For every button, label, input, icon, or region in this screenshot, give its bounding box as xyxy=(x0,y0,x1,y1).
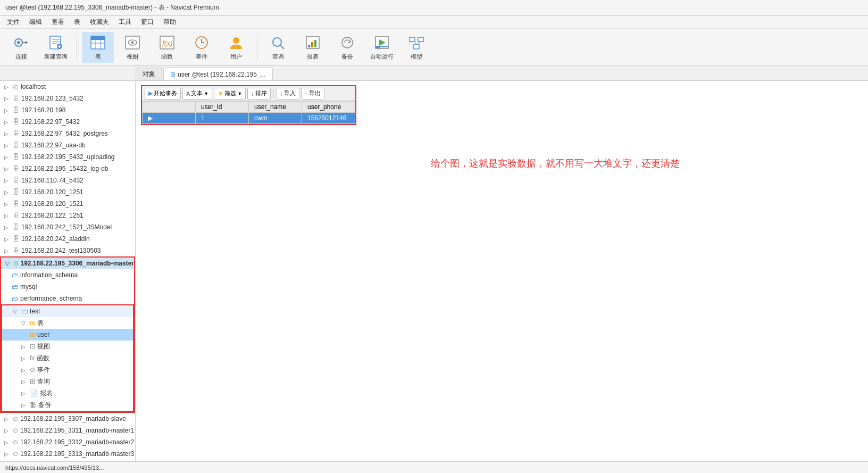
sort-button[interactable]: ↕ 排序 xyxy=(247,88,271,99)
tab-user[interactable]: ⊞ user @test (192.168.22.195_... xyxy=(163,68,273,80)
tab-objects[interactable]: 对象 xyxy=(136,68,162,80)
sidebar-item-master3[interactable]: ▷ ⊙ 192.168.22.195_3313_mariadb-master3 xyxy=(0,448,135,460)
svg-point-24 xyxy=(233,37,239,44)
menu-view[interactable]: 查看 xyxy=(47,16,69,28)
export-button[interactable]: ↑ 导出 xyxy=(301,88,324,99)
sidebar-item-13[interactable]: ▷ 🗄 192.168.20.242_test130503 xyxy=(0,245,135,256)
sidebar-item-test-db[interactable]: ▽ 🗃 test xyxy=(2,305,133,317)
sidebar-item-0[interactable]: ▷ 🗄 192.168.20.123_5432 xyxy=(0,93,135,104)
sidebar-label: 192.168.22.195_15432_log-db xyxy=(21,165,108,172)
filter-button[interactable]: ▼ 筛选 ▼ xyxy=(214,88,246,99)
conn-icon: 🗄 xyxy=(13,177,19,184)
filter-dropdown-icon: ▼ xyxy=(237,91,242,96)
sidebar-item-mysql[interactable]: 🗃 mysql xyxy=(1,281,134,293)
sidebar-item-queries-folder[interactable]: ▷ ⊞ 查询 xyxy=(2,376,133,387)
sidebar-item-3[interactable]: ▷ 🗄 192.168.22.97_5432_postgres xyxy=(0,128,135,139)
report-button[interactable]: 报表 xyxy=(297,32,329,63)
expand-icon: ▷ xyxy=(4,201,13,207)
text-label: 文本 xyxy=(191,89,203,97)
sidebar-item-12[interactable]: ▷ 🗄 192.168.20.242_aladdin xyxy=(0,233,135,245)
sidebar-item-slave[interactable]: ▷ ⊙ 192.168.22.195_3307_mariadb-slave xyxy=(0,413,135,425)
cell-user-phone[interactable]: 15625012146 xyxy=(302,113,355,124)
sidebar-item-11[interactable]: ▷ 🗄 192.168.20.242_1521_JSModel xyxy=(0,221,135,233)
sidebar-item-functions-folder[interactable]: ▷ fx 函数 xyxy=(2,352,133,364)
conn-icon: ⊙ xyxy=(13,415,18,422)
expand-icon: ▽ xyxy=(5,261,13,267)
menu-edit[interactable]: 编辑 xyxy=(25,16,46,28)
sidebar-item-4[interactable]: ▷ 🗄 192.168.22.97_uaa-db xyxy=(0,139,135,151)
expand-icon: ▽ xyxy=(21,320,30,326)
begin-transaction-button[interactable]: ▶ 开始事务 xyxy=(145,88,181,99)
text-button[interactable]: A 文本 ▼ xyxy=(182,88,212,99)
function-button[interactable]: f(x) 函数 xyxy=(151,32,183,63)
svg-rect-28 xyxy=(308,45,310,47)
sidebar-label: 192.168.20.242_1521_JSModel xyxy=(21,223,112,231)
query-label: 查询 xyxy=(272,53,284,61)
menu-file[interactable]: 文件 xyxy=(3,16,24,28)
view-button[interactable]: 视图 xyxy=(116,32,148,63)
sidebar-item-2[interactable]: ▷ 🗄 192.168.22.97_5432 xyxy=(0,116,135,128)
svg-rect-29 xyxy=(311,42,313,47)
sidebar-item-5[interactable]: ▷ 🗄 192.168.22.195_5432_uploadlog xyxy=(0,151,135,163)
sidebar-item-8[interactable]: ▷ 🗄 192.168.20.120_1251 xyxy=(0,186,135,198)
sidebar-label: 192.168.20.242_test130503 xyxy=(21,247,101,254)
sidebar-item-master2[interactable]: ▷ ⊙ 192.168.22.195_3312_mariadb-master2 xyxy=(0,436,135,448)
sidebar-label: localhost xyxy=(21,83,46,90)
sidebar-item-views-folder[interactable]: ▷ ⊡ 视图 xyxy=(2,341,133,352)
sidebar-label: test xyxy=(30,308,40,315)
col-user-id[interactable]: user_id xyxy=(196,102,249,113)
sidebar-item-tables-folder[interactable]: ▽ ⊞ 表 xyxy=(2,317,133,329)
sidebar-item-info-schema[interactable]: 🗃 information_schema xyxy=(1,269,134,281)
menu-window[interactable]: 窗口 xyxy=(137,16,158,28)
function-icon: f(x) xyxy=(158,34,176,51)
sidebar-item-1[interactable]: ▷ 🗄 192.168.20.198 xyxy=(0,104,135,116)
col-user-name[interactable]: user_name xyxy=(249,102,302,113)
menu-tools[interactable]: 工具 xyxy=(114,16,136,28)
sidebar-item-10[interactable]: ▷ 🗄 192.168.20.122_1251 xyxy=(0,210,135,221)
menu-help[interactable]: 帮助 xyxy=(159,16,180,28)
cell-user-name[interactable]: cwm xyxy=(249,113,302,124)
sidebar-item-backup-folder[interactable]: ▷ 🗜 备份 xyxy=(2,399,133,411)
sidebar-item-localhost[interactable]: ▷ ⊙ localhost xyxy=(0,81,135,93)
conn-icon: ⊙ xyxy=(13,438,18,446)
sidebar-label: 192.168.22.195_3306_mariadb-master xyxy=(21,260,135,267)
user-icon xyxy=(228,34,245,51)
sidebar-item-9[interactable]: ▷ 🗄 192.168.20.120_1521 xyxy=(0,198,135,210)
sidebar-item-events-folder[interactable]: ▷ ⊙ 事件 xyxy=(2,364,133,376)
menu-table[interactable]: 表 xyxy=(70,16,85,28)
connect-button[interactable]: 连接 xyxy=(5,32,37,63)
view-label: 视图 xyxy=(127,53,138,61)
event-button[interactable]: 事件 xyxy=(186,32,218,63)
expand-icon: ▷ xyxy=(4,107,13,113)
sidebar-item-perf-schema[interactable]: 🗃 performance_schema xyxy=(1,293,134,304)
menu-favorites[interactable]: 收藏夹 xyxy=(86,16,113,28)
col-user-phone[interactable]: user_phone xyxy=(302,102,355,113)
user-button[interactable]: 用户 xyxy=(220,32,252,63)
cell-user-id[interactable]: 1 xyxy=(196,113,249,124)
sidebar-label: 192.168.20.122_1251 xyxy=(21,212,84,219)
sidebar-label: 192.168.20.123_5432 xyxy=(21,95,84,102)
sidebar-item-7[interactable]: ▷ 🗄 192.168.110.74_5432 xyxy=(0,175,135,186)
import-button[interactable]: ↓ 导入 xyxy=(277,88,300,99)
query-button[interactable]: 查询 xyxy=(262,32,294,63)
table-row[interactable]: ▶ 1 cwm 15625012146 xyxy=(143,113,355,124)
tab-user-label: user @test (192.168.22.195_... xyxy=(178,71,266,78)
event-label: 事件 xyxy=(196,53,207,61)
sidebar-item-user-table[interactable]: ⊞ user xyxy=(2,329,133,341)
autorun-button[interactable]: 自动运行 xyxy=(366,32,398,63)
sidebar-item-reports-folder[interactable]: ▷ 📄 报表 xyxy=(2,387,133,399)
conn-icon: 🗄 xyxy=(13,118,19,126)
sidebar-label: user xyxy=(37,331,49,338)
backup-button[interactable]: 备份 xyxy=(331,32,363,63)
views-icon: ⊡ xyxy=(30,343,35,350)
sidebar-item-master1[interactable]: ▷ ⊙ 192.168.22.195_3311_mariadb-master1 xyxy=(0,425,135,436)
model-button[interactable]: 模型 xyxy=(400,32,432,63)
backup-folder-icon: 🗜 xyxy=(30,401,36,409)
new-query-button[interactable]: 新建查询 xyxy=(40,32,72,63)
table-button[interactable]: 表 xyxy=(82,32,114,63)
sidebar-item-active-conn[interactable]: ▽ ⊙ 192.168.22.195_3306_mariadb-master xyxy=(1,258,134,269)
model-icon xyxy=(408,34,425,51)
data-table: user_id user_name user_phone ▶ 1 cwm 156… xyxy=(142,101,355,124)
menu-bar: 文件 编辑 查看 表 收藏夹 工具 窗口 帮助 xyxy=(0,16,868,29)
sidebar-item-6[interactable]: ▷ 🗄 192.168.22.195_15432_log-db xyxy=(0,163,135,175)
